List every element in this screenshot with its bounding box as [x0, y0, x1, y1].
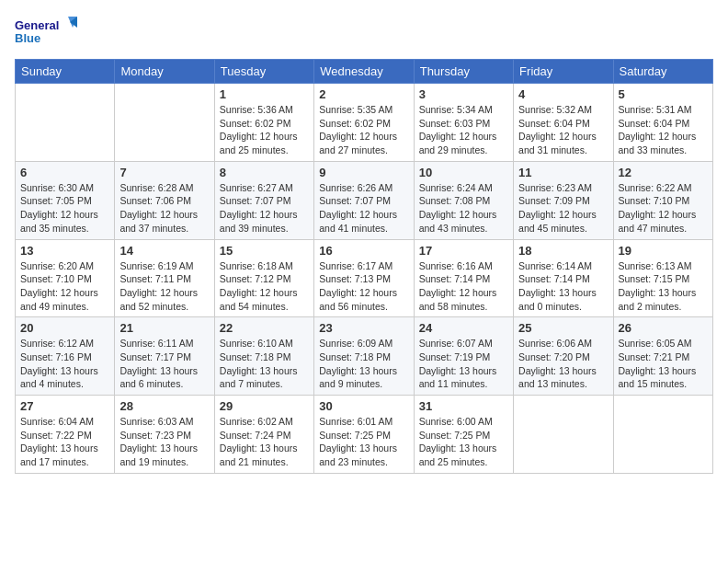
day-info: Sunrise: 6:14 AM Sunset: 7:14 PM Dayligh…: [518, 259, 608, 314]
day-info: Sunrise: 6:07 AM Sunset: 7:19 PM Dayligh…: [419, 337, 508, 391]
day-info: Sunrise: 6:11 AM Sunset: 7:17 PM Dayligh…: [119, 337, 209, 391]
logo: General Blue: [15, 15, 79, 52]
calendar-cell: 9Sunrise: 6:26 AM Sunset: 7:07 PM Daylig…: [314, 161, 414, 239]
calendar-cell: 26Sunrise: 6:05 AM Sunset: 7:21 PM Dayli…: [613, 317, 712, 396]
day-info: Sunrise: 6:23 AM Sunset: 7:09 PM Dayligh…: [518, 181, 608, 236]
day-info: Sunrise: 6:27 AM Sunset: 7:07 PM Dayligh…: [220, 181, 309, 236]
calendar-cell: 21Sunrise: 6:11 AM Sunset: 7:17 PM Dayli…: [115, 317, 214, 396]
day-number: 19: [619, 244, 708, 258]
calendar-cell: [115, 84, 214, 162]
day-header-saturday: Saturday: [613, 60, 712, 84]
logo-svg: General Blue: [15, 15, 79, 52]
day-number: 24: [419, 321, 508, 335]
day-number: 12: [619, 166, 708, 179]
svg-text:Blue: Blue: [15, 31, 40, 45]
day-info: Sunrise: 5:34 AM Sunset: 6:03 PM Dayligh…: [419, 103, 508, 157]
day-info: Sunrise: 6:12 AM Sunset: 7:16 PM Dayligh…: [20, 337, 109, 391]
day-info: Sunrise: 5:36 AM Sunset: 6:02 PM Dayligh…: [220, 103, 309, 157]
day-info: Sunrise: 6:09 AM Sunset: 7:18 PM Dayligh…: [319, 337, 408, 391]
day-info: Sunrise: 6:22 AM Sunset: 7:10 PM Dayligh…: [619, 181, 708, 236]
day-info: Sunrise: 6:26 AM Sunset: 7:07 PM Dayligh…: [319, 181, 408, 236]
calendar-cell: 17Sunrise: 6:16 AM Sunset: 7:14 PM Dayli…: [414, 239, 513, 317]
calendar-cell: 18Sunrise: 6:14 AM Sunset: 7:14 PM Dayli…: [514, 239, 613, 317]
day-number: 30: [319, 399, 408, 413]
day-number: 17: [419, 244, 508, 258]
calendar-week-row: 20Sunrise: 6:12 AM Sunset: 7:16 PM Dayli…: [16, 317, 713, 396]
day-number: 2: [319, 87, 408, 101]
day-info: Sunrise: 6:13 AM Sunset: 7:15 PM Dayligh…: [619, 259, 708, 314]
day-info: Sunrise: 6:05 AM Sunset: 7:21 PM Dayligh…: [619, 337, 708, 391]
calendar-cell: 14Sunrise: 6:19 AM Sunset: 7:11 PM Dayli…: [115, 239, 214, 317]
day-info: Sunrise: 6:16 AM Sunset: 7:14 PM Dayligh…: [419, 259, 508, 314]
day-info: Sunrise: 6:03 AM Sunset: 7:23 PM Dayligh…: [119, 415, 209, 469]
calendar-cell: 31Sunrise: 6:00 AM Sunset: 7:25 PM Dayli…: [414, 396, 513, 474]
day-number: 9: [319, 166, 408, 179]
calendar-week-row: 27Sunrise: 6:04 AM Sunset: 7:22 PM Dayli…: [16, 396, 713, 474]
calendar-cell: 8Sunrise: 6:27 AM Sunset: 7:07 PM Daylig…: [214, 161, 313, 239]
calendar-table: SundayMondayTuesdayWednesdayThursdayFrid…: [15, 59, 713, 474]
calendar-cell: 10Sunrise: 6:24 AM Sunset: 7:08 PM Dayli…: [414, 161, 513, 239]
day-info: Sunrise: 6:01 AM Sunset: 7:25 PM Dayligh…: [319, 415, 408, 469]
day-number: 10: [419, 166, 508, 179]
calendar-cell: 25Sunrise: 6:06 AM Sunset: 7:20 PM Dayli…: [514, 317, 613, 396]
calendar-cell: 29Sunrise: 6:02 AM Sunset: 7:24 PM Dayli…: [214, 396, 313, 474]
calendar-week-row: 1Sunrise: 5:36 AM Sunset: 6:02 PM Daylig…: [16, 84, 713, 162]
day-info: Sunrise: 6:17 AM Sunset: 7:13 PM Dayligh…: [319, 259, 408, 314]
calendar-cell: 4Sunrise: 5:32 AM Sunset: 6:04 PM Daylig…: [514, 84, 613, 162]
day-info: Sunrise: 6:30 AM Sunset: 7:05 PM Dayligh…: [20, 181, 109, 236]
day-number: 1: [220, 87, 309, 101]
calendar-cell: 19Sunrise: 6:13 AM Sunset: 7:15 PM Dayli…: [613, 239, 712, 317]
calendar-week-row: 13Sunrise: 6:20 AM Sunset: 7:10 PM Dayli…: [16, 239, 713, 317]
day-number: 16: [319, 244, 408, 258]
calendar-cell: 20Sunrise: 6:12 AM Sunset: 7:16 PM Dayli…: [16, 317, 115, 396]
day-number: 13: [20, 244, 109, 258]
day-header-tuesday: Tuesday: [214, 60, 313, 84]
day-number: 18: [518, 244, 608, 258]
calendar-cell: 22Sunrise: 6:10 AM Sunset: 7:18 PM Dayli…: [214, 317, 313, 396]
day-number: 15: [220, 244, 309, 258]
day-header-monday: Monday: [115, 60, 214, 84]
page-header: General Blue: [15, 15, 713, 52]
day-info: Sunrise: 6:00 AM Sunset: 7:25 PM Dayligh…: [419, 415, 508, 469]
day-info: Sunrise: 6:19 AM Sunset: 7:11 PM Dayligh…: [119, 259, 209, 314]
day-number: 27: [20, 399, 109, 413]
day-number: 8: [220, 166, 309, 179]
day-number: 3: [419, 87, 508, 101]
calendar-cell: 3Sunrise: 5:34 AM Sunset: 6:03 PM Daylig…: [414, 84, 513, 162]
day-number: 28: [119, 399, 209, 413]
day-number: 11: [518, 166, 608, 179]
day-info: Sunrise: 5:35 AM Sunset: 6:02 PM Dayligh…: [319, 103, 408, 157]
calendar-cell: 16Sunrise: 6:17 AM Sunset: 7:13 PM Dayli…: [314, 239, 414, 317]
day-info: Sunrise: 6:28 AM Sunset: 7:06 PM Dayligh…: [119, 181, 209, 236]
day-info: Sunrise: 6:24 AM Sunset: 7:08 PM Dayligh…: [419, 181, 508, 236]
day-number: 22: [220, 321, 309, 335]
day-info: Sunrise: 6:06 AM Sunset: 7:20 PM Dayligh…: [518, 337, 608, 391]
day-number: 25: [518, 321, 608, 335]
calendar-cell: 13Sunrise: 6:20 AM Sunset: 7:10 PM Dayli…: [16, 239, 115, 317]
calendar-cell: 23Sunrise: 6:09 AM Sunset: 7:18 PM Dayli…: [314, 317, 414, 396]
calendar-header-row: SundayMondayTuesdayWednesdayThursdayFrid…: [16, 60, 713, 84]
calendar-cell: 27Sunrise: 6:04 AM Sunset: 7:22 PM Dayli…: [16, 396, 115, 474]
day-header-thursday: Thursday: [414, 60, 513, 84]
day-number: 26: [619, 321, 708, 335]
day-header-wednesday: Wednesday: [314, 60, 414, 84]
day-number: 21: [119, 321, 209, 335]
day-number: 14: [119, 244, 209, 258]
day-info: Sunrise: 6:18 AM Sunset: 7:12 PM Dayligh…: [220, 259, 309, 314]
day-number: 20: [20, 321, 109, 335]
day-number: 4: [518, 87, 608, 101]
calendar-cell: 12Sunrise: 6:22 AM Sunset: 7:10 PM Dayli…: [613, 161, 712, 239]
svg-text:General: General: [15, 18, 59, 32]
day-number: 29: [220, 399, 309, 413]
calendar-cell: 6Sunrise: 6:30 AM Sunset: 7:05 PM Daylig…: [16, 161, 115, 239]
calendar-cell: 30Sunrise: 6:01 AM Sunset: 7:25 PM Dayli…: [314, 396, 414, 474]
day-info: Sunrise: 5:32 AM Sunset: 6:04 PM Dayligh…: [518, 103, 608, 157]
day-info: Sunrise: 6:04 AM Sunset: 7:22 PM Dayligh…: [20, 415, 109, 469]
calendar-cell: [16, 84, 115, 162]
calendar-cell: 2Sunrise: 5:35 AM Sunset: 6:02 PM Daylig…: [314, 84, 414, 162]
day-header-sunday: Sunday: [16, 60, 115, 84]
day-number: 6: [20, 166, 109, 179]
day-info: Sunrise: 6:10 AM Sunset: 7:18 PM Dayligh…: [220, 337, 309, 391]
calendar-cell: 5Sunrise: 5:31 AM Sunset: 6:04 PM Daylig…: [613, 84, 712, 162]
day-number: 23: [319, 321, 408, 335]
